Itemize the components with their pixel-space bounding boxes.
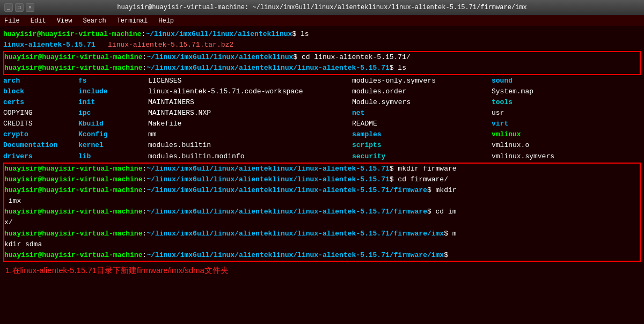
- terminal-line-cd-fw: huayisir@huayisir-virtual-machine:~/linu…: [4, 174, 640, 185]
- close-button[interactable]: ×: [26, 3, 34, 12]
- terminal-line-2: linux-alientek-5.15.71 linux-alientek-5.…: [3, 40, 641, 50]
- menu-search[interactable]: Search: [80, 16, 108, 26]
- terminal-line-3: huayisir@huayisir-virtual-machine:~/linu…: [4, 52, 640, 63]
- annotation-text: 1.在linux-alientek-5.15.71目录下新建firmware/i…: [3, 264, 641, 276]
- maximize-button[interactable]: □: [15, 3, 24, 12]
- terminal-line-final-prompt: huayisir@huayisir-virtual-machine:~/linu…: [4, 250, 640, 261]
- menu-edit[interactable]: Edit: [28, 16, 48, 26]
- terminal-line-x: x/: [4, 217, 640, 228]
- terminal-line-mkdir-imx: huayisir@huayisir-virtual-machine:~/linu…: [4, 185, 640, 196]
- minimize-button[interactable]: _: [4, 3, 13, 12]
- menu-bar: File Edit View Search Terminal Help: [0, 15, 644, 27]
- terminal-line-mkdir-sdma: huayisir@huayisir-virtual-machine:~/linu…: [4, 229, 640, 239]
- terminal-line-4: huayisir@huayisir-virtual-machine:~/linu…: [4, 63, 640, 73]
- menu-file[interactable]: File: [2, 16, 22, 26]
- menu-view[interactable]: View: [55, 16, 75, 26]
- terminal-line-cd-imx: huayisir@huayisir-virtual-machine:~/linu…: [4, 207, 640, 217]
- menu-terminal[interactable]: Terminal: [115, 16, 150, 26]
- terminal-line-mkdir-fw: huayisir@huayisir-virtual-machine:~/linu…: [4, 164, 640, 174]
- ls-output-grid: archfsLICENSESmodules-only.symverssound …: [3, 76, 641, 162]
- terminal-line-1: huayisir@huayisir-virtual-machine:~/linu…: [3, 29, 641, 40]
- terminal-window: _ □ × huayisir@huayisir-virtual-machine:…: [0, 0, 644, 324]
- terminal-body[interactable]: huayisir@huayisir-virtual-machine:~/linu…: [0, 27, 644, 324]
- terminal-redbox-1: huayisir@huayisir-virtual-machine:~/linu…: [3, 51, 641, 75]
- terminal-line-imx: imx: [4, 196, 640, 207]
- terminal-redbox-2: huayisir@huayisir-virtual-machine:~/linu…: [3, 163, 641, 262]
- menu-help[interactable]: Help: [156, 16, 176, 26]
- title-bar: _ □ × huayisir@huayisir-virtual-machine:…: [0, 0, 644, 15]
- terminal-line-kdir-sdma: kdir sdma: [4, 239, 640, 250]
- window-title: huayisir@huayisir-virtual-machine: ~/lin…: [36, 4, 608, 11]
